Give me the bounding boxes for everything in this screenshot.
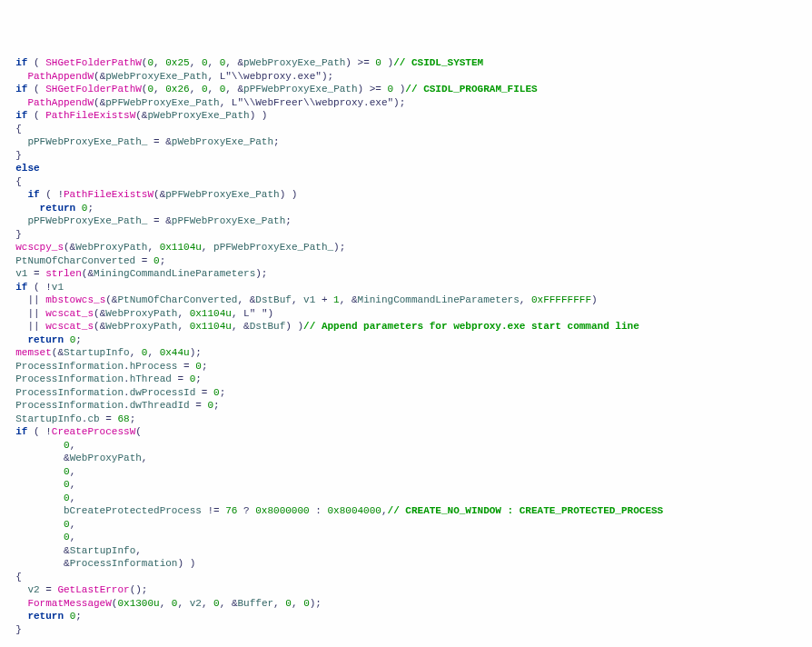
token-var: bCreateProtectedProcess	[64, 505, 202, 516]
token-punc: (&	[94, 97, 105, 108]
token-punc: ,	[70, 466, 76, 477]
token-punc: .	[124, 387, 130, 398]
token-fn: mbstowcs_s	[45, 294, 105, 305]
token-punc: (	[27, 110, 45, 121]
token-punc: =	[40, 584, 58, 595]
code-line: 0,	[4, 478, 808, 492]
token-punc: ,	[70, 532, 76, 542]
token-punc: &	[64, 558, 70, 569]
token-punc: !=	[202, 505, 225, 516]
code-line: &StartupInfo,	[4, 544, 808, 558]
token-num: 0x8004000	[328, 505, 381, 516]
code-line: {	[4, 175, 808, 189]
token-punc: }	[15, 150, 22, 161]
token-var: MiningCommandLineParameters	[358, 294, 520, 305]
token-fn: memset	[15, 347, 52, 358]
token-punc: = &	[147, 215, 171, 226]
token-var: pPFWebProxyExe_Path_	[27, 215, 147, 226]
token-punc: =	[100, 413, 118, 424]
token-var: pPFWebProxyExe_Path	[105, 97, 219, 108]
token-var: pWebProxyExe_Path	[105, 71, 207, 82]
code-line: else	[4, 162, 808, 175]
token-punc: ( !	[40, 189, 64, 200]
code-line: if ( SHGetFolderPathW(0, 0x26, 0, 0, &pP…	[4, 83, 808, 96]
token-punc: ;	[213, 400, 220, 411]
code-line: if ( !PathFileExistsW(&pPFWebProxyExe_Pa…	[4, 188, 808, 202]
token-kw: if	[15, 110, 27, 121]
token-punc: );	[322, 71, 333, 82]
token-var: pPFWebProxyExe_Path	[172, 215, 285, 226]
token-punc: ,	[153, 84, 165, 95]
token-punc: (&	[94, 71, 105, 82]
token-punc: (&	[153, 189, 165, 200]
code-line: wcscpy_s(&WebProxyPath, 0x1104u, pPFWebP…	[4, 241, 808, 254]
token-var: StartupInfo	[15, 413, 82, 424]
token-var: pWebProxyExe_Path	[147, 110, 249, 121]
token-punc: ,	[153, 57, 165, 68]
token-punc: ;	[273, 136, 280, 147]
token-punc: ,	[520, 294, 531, 305]
token-punc: ,	[147, 242, 159, 253]
token-punc: {	[15, 572, 22, 582]
code-line: }	[4, 228, 808, 242]
token-var: pWebProxyExe_Path	[243, 57, 345, 68]
token-cmt: // CREATE_NO_WINDOW : CREATE_PROTECTED_P…	[388, 505, 664, 516]
token-kw: if	[15, 426, 27, 437]
code-line: 0,	[4, 439, 808, 453]
token-punc: =	[135, 255, 153, 266]
token-str: "\\webproxy.exe"	[225, 71, 322, 82]
code-line: PathAppendW(&pWebProxyExe_Path, L"\\webp…	[4, 70, 808, 84]
code-line: || wcscat_s(&WebProxyPath, 0x1104u, &Dst…	[4, 320, 808, 333]
token-punc: ,	[202, 598, 213, 609]
token-punc: )	[268, 308, 274, 319]
token-kw: return	[27, 611, 64, 622]
token-punc: ,	[177, 598, 189, 609]
code-line: PathAppendW(&pPFWebProxyExe_Path, L"\\We…	[4, 96, 808, 110]
token-punc: =	[172, 373, 190, 384]
token-punc: ;	[130, 413, 136, 424]
token-str: "\\WebFreer\\webproxy.exe"	[237, 97, 393, 108]
token-fn: PathFileExistsW	[45, 110, 135, 121]
token-punc: ;	[220, 387, 226, 398]
token-fn: FormatMessageW	[27, 598, 111, 609]
token-punc: ;	[202, 361, 208, 372]
token-var: hProcess	[130, 361, 178, 372]
token-var: v2	[190, 598, 202, 609]
token-num: 0	[303, 598, 310, 609]
token-punc: ) )	[250, 110, 268, 121]
token-var: DstBuf	[250, 321, 286, 332]
token-var: cb	[87, 413, 99, 424]
code-line: v2 = GetLastError();	[4, 583, 808, 597]
token-punc: ();	[130, 584, 148, 595]
token-num: 0	[64, 493, 70, 503]
token-punc: (	[135, 426, 142, 437]
token-num: 0	[153, 255, 160, 266]
token-var: StartupInfo	[64, 347, 130, 358]
token-kw: return	[40, 203, 76, 214]
token-punc: (&	[82, 268, 94, 279]
token-punc: = &	[147, 136, 171, 147]
token-punc: {	[15, 124, 22, 134]
token-punc: ,	[135, 545, 142, 556]
token-punc: )	[381, 57, 393, 68]
code-line: return 0;	[4, 202, 808, 215]
code-line: {	[4, 123, 808, 136]
token-punc: ;	[195, 373, 202, 384]
token-num: 68	[117, 413, 129, 424]
token-var: Buffer	[238, 598, 274, 609]
token-kw: if	[15, 57, 27, 68]
token-var: PtNumOfCharConverted	[15, 255, 135, 266]
token-num: 0	[285, 598, 292, 609]
token-punc: ,	[160, 598, 172, 609]
token-punc: :	[310, 505, 328, 516]
token-num: 0	[64, 479, 70, 490]
code-line: &ProcessInformation) )	[4, 557, 808, 571]
token-var: v2	[27, 584, 39, 595]
token-num: 0x8000000	[255, 505, 309, 516]
token-punc: ( !	[27, 426, 51, 437]
token-var: ProcessInformation	[15, 400, 124, 411]
code-line: ProcessInformation.dwThreadId = 0;	[4, 399, 808, 413]
token-punc: =	[190, 400, 208, 411]
token-punc: )	[591, 294, 598, 305]
token-str: " "	[250, 308, 268, 319]
